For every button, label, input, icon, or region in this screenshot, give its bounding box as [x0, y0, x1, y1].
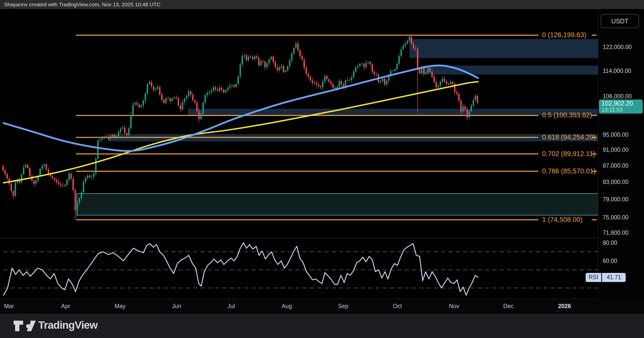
footer-bar: TradingView — [0, 314, 644, 338]
time-axis-label-2026: 2026 — [558, 303, 571, 310]
last-price-badge: 102,902.20 13:11:53 — [599, 100, 643, 114]
time-axis-label-dec: Dec — [503, 303, 514, 310]
time-axis-label-mar: Mar — [4, 303, 14, 310]
rsi-axis-label: 60.00 — [603, 258, 617, 264]
time-axis-label-aug: Aug — [282, 303, 292, 310]
fib-level-label: 1 (74,508.00) — [542, 216, 583, 224]
price-axis-label: 87,000.00 — [603, 162, 628, 169]
price-axis-label: 114,000.00 — [603, 68, 631, 74]
price-axis-label: 83,000.00 — [603, 179, 628, 185]
fib-level-label: 0.786 (85,570.01) — [542, 167, 596, 175]
rsi-axis-label: 80.00 — [603, 239, 617, 246]
time-axis-label-oct: Oct — [393, 303, 402, 310]
rsi-value-badge: RSI 41.71 — [586, 273, 626, 282]
time-axis-label-jul: Jul — [227, 303, 235, 310]
price-axis[interactable]: 122,000.00114,000.00106,000.0095,000.009… — [598, 9, 644, 299]
currency-toggle-chip[interactable]: USDT — [601, 14, 639, 28]
tradingview-logo-icon[interactable] — [13, 320, 36, 332]
time-axis-label-nov: Nov — [449, 303, 459, 310]
time-axis-label-may: May — [114, 303, 125, 310]
time-axis-label-apr: Apr — [61, 303, 70, 310]
price-axis-label: 75,000.00 — [603, 214, 628, 221]
rsi-line — [4, 243, 478, 295]
price-axis-label: 122,000.00 — [603, 44, 632, 51]
currency-toggle-label: USDT — [611, 18, 628, 25]
tradingview-wordmark[interactable]: TradingView — [38, 319, 98, 331]
bar-countdown: 13:11:53 — [601, 107, 643, 113]
price-axis-label: 71,800.00 — [603, 229, 628, 236]
chart-window: Shayannv created with TradingView.com, N… — [0, 0, 644, 338]
time-axis-label-sep: Sep — [338, 303, 348, 310]
supply-zone — [409, 39, 598, 58]
time-axis-label-jun: Jun — [172, 303, 181, 310]
fib-level-label: 0.5 (100,353.82) — [542, 111, 592, 119]
time-axis[interactable]: MarAprMayJunJulAugSepOctNovDec2026 — [0, 299, 644, 314]
rsi-name-label: RSI — [586, 273, 601, 282]
fib-level-label: 0.702 (89,912.11) — [542, 150, 595, 158]
price-axis-label: 91,000.00 — [603, 147, 628, 153]
fib-level-label: 0 (126,199.63) — [542, 31, 586, 39]
price-axis-label: 79,000.00 — [603, 196, 628, 203]
last-price-value: 102,902.20 — [601, 100, 643, 107]
rsi-value-label: 41.71 — [602, 273, 626, 282]
demand-zone — [77, 194, 598, 215]
ma-yellow-line — [4, 82, 478, 183]
price-axis-label: 106,000.00 — [603, 93, 632, 100]
fib-level-label: 0.618 (94,254.20) — [542, 133, 596, 141]
supply-zone — [188, 109, 598, 116]
price-axis-label: 95,000.00 — [603, 131, 628, 138]
